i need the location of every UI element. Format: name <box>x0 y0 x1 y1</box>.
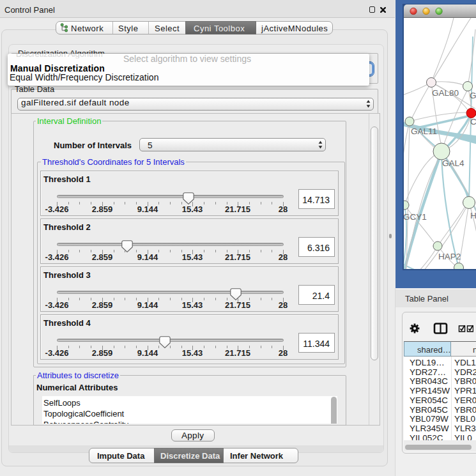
svg-text:GAL11: GAL11 <box>411 127 437 136</box>
svg-text:H: H <box>470 211 476 220</box>
svg-text:GA: GA <box>470 91 476 100</box>
svg-text:GCY1: GCY1 <box>404 212 427 222</box>
svg-text:GAL80: GAL80 <box>432 88 459 98</box>
svg-text:GAL4: GAL4 <box>442 158 464 168</box>
svg-text:C: C <box>470 117 476 127</box>
svg-text:HAP2: HAP2 <box>438 252 461 261</box>
